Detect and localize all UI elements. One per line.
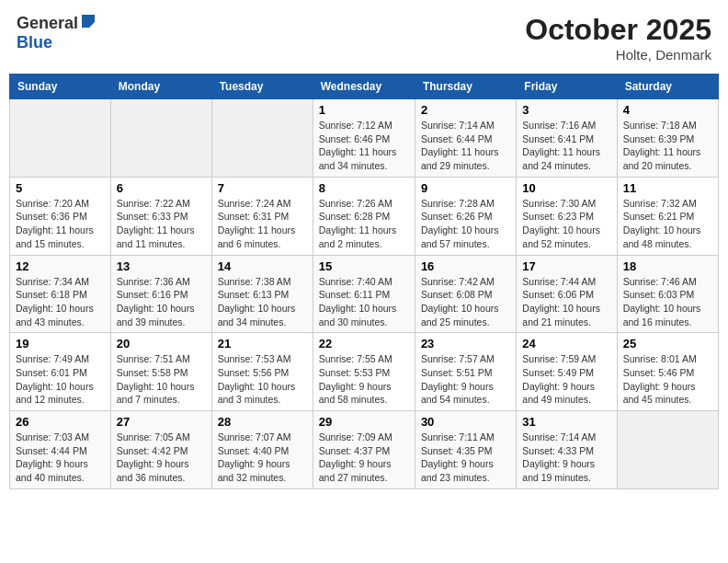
- day-number: 8: [319, 181, 409, 195]
- calendar-day-header: Saturday: [617, 75, 718, 99]
- calendar-cell: 12Sunrise: 7:34 AMSunset: 6:18 PMDayligh…: [10, 255, 111, 333]
- day-number: 23: [421, 337, 510, 350]
- day-info: Sunrise: 7:42 AMSunset: 6:08 PMDaylight:…: [421, 275, 510, 329]
- day-number: 3: [522, 103, 610, 117]
- day-info: Sunrise: 7:22 AMSunset: 6:33 PMDaylight:…: [117, 197, 206, 251]
- calendar-cell: 13Sunrise: 7:36 AMSunset: 6:16 PMDayligh…: [110, 255, 211, 333]
- day-number: 4: [623, 103, 712, 117]
- calendar-week-row: 26Sunrise: 7:03 AMSunset: 4:44 PMDayligh…: [10, 411, 719, 489]
- day-info: Sunrise: 7:14 AMSunset: 4:33 PMDaylight:…: [522, 431, 610, 485]
- day-info: Sunrise: 7:40 AMSunset: 6:11 PMDaylight:…: [319, 275, 409, 329]
- day-info: Sunrise: 7:07 AMSunset: 4:40 PMDaylight:…: [218, 431, 307, 485]
- day-info: Sunrise: 7:26 AMSunset: 6:28 PMDaylight:…: [319, 197, 409, 251]
- calendar-cell: 11Sunrise: 7:32 AMSunset: 6:21 PMDayligh…: [617, 177, 718, 255]
- day-info: Sunrise: 7:32 AMSunset: 6:21 PMDaylight:…: [623, 197, 712, 251]
- day-info: Sunrise: 7:38 AMSunset: 6:13 PMDaylight:…: [218, 275, 307, 329]
- calendar-cell: 16Sunrise: 7:42 AMSunset: 6:08 PMDayligh…: [415, 255, 516, 333]
- calendar-cell: 24Sunrise: 7:59 AMSunset: 5:49 PMDayligh…: [517, 333, 617, 411]
- day-info: Sunrise: 7:03 AMSunset: 4:44 PMDaylight:…: [16, 431, 105, 485]
- calendar-cell: 18Sunrise: 7:46 AMSunset: 6:03 PMDayligh…: [617, 255, 718, 333]
- calendar-cell: 19Sunrise: 7:49 AMSunset: 6:01 PMDayligh…: [10, 333, 111, 411]
- calendar-cell: 29Sunrise: 7:09 AMSunset: 4:37 PMDayligh…: [313, 411, 415, 489]
- calendar-cell: [617, 411, 718, 489]
- day-number: 6: [117, 181, 206, 195]
- logo-icon: [80, 13, 97, 33]
- calendar-cell: 20Sunrise: 7:51 AMSunset: 5:58 PMDayligh…: [110, 333, 211, 411]
- calendar-cell: [211, 99, 313, 178]
- calendar-week-row: 12Sunrise: 7:34 AMSunset: 6:18 PMDayligh…: [10, 255, 719, 333]
- calendar-cell: 27Sunrise: 7:05 AMSunset: 4:42 PMDayligh…: [110, 411, 211, 489]
- day-info: Sunrise: 7:46 AMSunset: 6:03 PMDaylight:…: [623, 275, 712, 329]
- day-info: Sunrise: 7:44 AMSunset: 6:06 PMDaylight:…: [522, 275, 610, 329]
- calendar-cell: 4Sunrise: 7:18 AMSunset: 6:39 PMDaylight…: [617, 99, 718, 178]
- calendar-table: SundayMondayTuesdayWednesdayThursdayFrid…: [9, 74, 719, 489]
- day-info: Sunrise: 8:01 AMSunset: 5:46 PMDaylight:…: [623, 352, 712, 407]
- calendar-week-row: 5Sunrise: 7:20 AMSunset: 6:36 PMDaylight…: [10, 177, 719, 255]
- day-info: Sunrise: 7:09 AMSunset: 4:37 PMDaylight:…: [319, 431, 409, 485]
- day-number: 10: [522, 181, 610, 195]
- day-number: 19: [16, 337, 105, 350]
- day-number: 7: [218, 181, 307, 195]
- day-info: Sunrise: 7:14 AMSunset: 6:44 PMDaylight:…: [421, 119, 510, 173]
- day-info: Sunrise: 7:34 AMSunset: 6:18 PMDaylight:…: [16, 275, 105, 329]
- calendar-day-header: Friday: [517, 75, 617, 99]
- calendar-cell: 15Sunrise: 7:40 AMSunset: 6:11 PMDayligh…: [313, 255, 415, 333]
- day-number: 30: [421, 415, 510, 429]
- page-header: General Blue October 2025 Holte, Denmark: [9, 9, 719, 66]
- day-number: 28: [218, 415, 307, 429]
- day-info: Sunrise: 7:36 AMSunset: 6:16 PMDaylight:…: [117, 275, 206, 329]
- calendar-cell: 28Sunrise: 7:07 AMSunset: 4:40 PMDayligh…: [211, 411, 313, 489]
- day-info: Sunrise: 7:30 AMSunset: 6:23 PMDaylight:…: [522, 197, 610, 251]
- day-info: Sunrise: 7:28 AMSunset: 6:26 PMDaylight:…: [421, 197, 510, 251]
- title-block: October 2025 Holte, Denmark: [525, 13, 711, 63]
- day-info: Sunrise: 7:59 AMSunset: 5:49 PMDaylight:…: [522, 352, 610, 407]
- calendar-cell: 21Sunrise: 7:53 AMSunset: 5:56 PMDayligh…: [211, 333, 313, 411]
- calendar-cell: 8Sunrise: 7:26 AMSunset: 6:28 PMDaylight…: [313, 177, 415, 255]
- day-info: Sunrise: 7:24 AMSunset: 6:31 PMDaylight:…: [218, 197, 307, 251]
- calendar-cell: 10Sunrise: 7:30 AMSunset: 6:23 PMDayligh…: [517, 177, 617, 255]
- day-number: 12: [16, 259, 105, 273]
- day-number: 18: [623, 259, 712, 273]
- day-number: 24: [522, 337, 610, 350]
- day-number: 13: [117, 259, 206, 273]
- day-number: 11: [623, 181, 712, 195]
- day-number: 29: [319, 415, 409, 429]
- calendar-cell: 7Sunrise: 7:24 AMSunset: 6:31 PMDaylight…: [211, 177, 313, 255]
- calendar-day-header: Sunday: [10, 75, 111, 99]
- logo-general-text: General: [17, 14, 78, 33]
- day-info: Sunrise: 7:20 AMSunset: 6:36 PMDaylight:…: [16, 197, 105, 251]
- day-number: 15: [319, 259, 409, 273]
- day-number: 16: [421, 259, 510, 273]
- calendar-week-row: 19Sunrise: 7:49 AMSunset: 6:01 PMDayligh…: [10, 333, 719, 411]
- day-number: 22: [319, 337, 409, 350]
- calendar-cell: 2Sunrise: 7:14 AMSunset: 6:44 PMDaylight…: [415, 99, 516, 178]
- day-info: Sunrise: 7:51 AMSunset: 5:58 PMDaylight:…: [117, 352, 206, 407]
- calendar-cell: [10, 99, 111, 178]
- calendar-cell: 23Sunrise: 7:57 AMSunset: 5:51 PMDayligh…: [415, 333, 516, 411]
- calendar-cell: 17Sunrise: 7:44 AMSunset: 6:06 PMDayligh…: [517, 255, 617, 333]
- location: Holte, Denmark: [525, 47, 711, 63]
- day-info: Sunrise: 7:55 AMSunset: 5:53 PMDaylight:…: [319, 352, 409, 407]
- day-number: 14: [218, 259, 307, 273]
- day-number: 25: [623, 337, 712, 350]
- calendar-cell: 5Sunrise: 7:20 AMSunset: 6:36 PMDaylight…: [10, 177, 111, 255]
- day-number: 31: [522, 415, 610, 429]
- day-info: Sunrise: 7:57 AMSunset: 5:51 PMDaylight:…: [421, 352, 510, 407]
- day-info: Sunrise: 7:05 AMSunset: 4:42 PMDaylight:…: [117, 431, 206, 485]
- calendar-cell: 1Sunrise: 7:12 AMSunset: 6:46 PMDaylight…: [313, 99, 415, 178]
- day-number: 1: [319, 103, 409, 117]
- calendar-header-row: SundayMondayTuesdayWednesdayThursdayFrid…: [10, 75, 719, 99]
- month-title: October 2025: [525, 13, 711, 47]
- calendar-cell: 22Sunrise: 7:55 AMSunset: 5:53 PMDayligh…: [313, 333, 415, 411]
- calendar-cell: 9Sunrise: 7:28 AMSunset: 6:26 PMDaylight…: [415, 177, 516, 255]
- day-number: 2: [421, 103, 510, 117]
- day-info: Sunrise: 7:11 AMSunset: 4:35 PMDaylight:…: [421, 431, 510, 485]
- day-info: Sunrise: 7:53 AMSunset: 5:56 PMDaylight:…: [218, 352, 307, 407]
- day-number: 20: [117, 337, 206, 350]
- day-number: 26: [16, 415, 105, 429]
- calendar-cell: 31Sunrise: 7:14 AMSunset: 4:33 PMDayligh…: [517, 411, 617, 489]
- day-number: 9: [421, 181, 510, 195]
- logo-blue-text: Blue: [17, 33, 52, 52]
- day-info: Sunrise: 7:18 AMSunset: 6:39 PMDaylight:…: [623, 119, 712, 173]
- day-info: Sunrise: 7:49 AMSunset: 6:01 PMDaylight:…: [16, 352, 105, 407]
